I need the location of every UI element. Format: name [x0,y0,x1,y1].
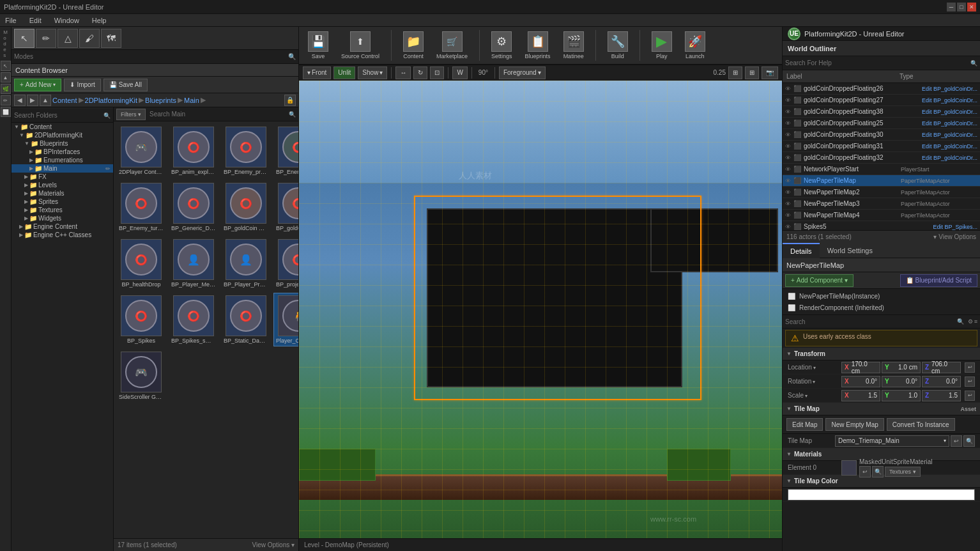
view-options[interactable]: View Options ▾ [252,541,295,548]
settings-toolbar-button[interactable]: ⚙ Settings [487,30,516,61]
tree-item-engine-cpp[interactable]: ▶ 📁 Engine C++ Classes [11,231,113,239]
asset-2dplayer[interactable]: 🎮 2DPlayer Controller [116,124,166,178]
section-tilemap[interactable]: ▼ Tile Map Asset [783,403,980,415]
paint-mode-button[interactable]: ✏ [1,95,11,105]
asset-bp-enemy-turret[interactable]: ⭕ BP_Enemy_turret [116,180,166,234]
play-toolbar-button[interactable]: ▶ Play [648,30,676,61]
launch-toolbar-button[interactable]: 🚀 Launch [681,30,709,61]
tree-item-content[interactable]: ▼ 📁 Content [11,123,113,131]
save-toolbar-button[interactable]: 💾 Save [304,30,332,61]
outliner-item-goldcoin27[interactable]: 👁 ⬛ goldCoinDroppedFloating27 Edit BP_go… [783,95,980,106]
rotation-reset-button[interactable]: ↩ [965,376,975,387]
minimize-button[interactable]: ─ [947,3,956,12]
asset-bp-spikes[interactable]: ⭕ BP_Spikes [116,293,166,346]
location-z-input[interactable]: Z 706.0 cm [922,362,961,373]
tree-item-enumerations[interactable]: ▶ 📁 Enumerations [11,156,113,164]
tree-item-bpinterfaces[interactable]: ▶ 📁 BPInterfaces [11,148,113,156]
scale-y-input[interactable]: Y 1.0 [882,390,921,401]
outliner-item-newpapertilemap2[interactable]: 👁 ⬛ NewPaperTileMap2 PaperTileMapActor [783,187,980,198]
scale-x-input[interactable]: X 1.5 [841,390,880,401]
select-tool-button[interactable]: ↖ [14,29,34,48]
new-empty-map-button[interactable]: New Empty Map [825,418,884,431]
asset-bp-enemy-proj[interactable]: ⭕ BP_Enemy_projectile [221,124,271,178]
edit-map-button[interactable]: Edit Map [786,418,823,431]
component-newpapertilemap[interactable]: ⬜ NewPaperTileMap(Instance) [783,290,980,302]
details-list-icon[interactable]: ≡ [974,318,977,325]
outliner-item-goldcoin31[interactable]: 👁 ⬛ goldCoinDroppedFloating31 Edit BP_go… [783,141,980,152]
content-toolbar-button[interactable]: 📁 Content [399,30,427,61]
asset-bp-static-damage[interactable]: ⭕ BP_Static_Damage [221,293,271,346]
select-mode-button[interactable]: ↖ [1,61,11,71]
tilemap-color-swatch[interactable] [788,489,975,501]
asset-bp-player-melee[interactable]: 👤 BP_Player_MeleeAttack DamageZone [169,237,218,290]
outliner-item-newpapertilemap3[interactable]: 👁 ⬛ NewPaperTileMap3 PaperTileMapActor [783,198,980,210]
outliner-item-spikes5[interactable]: 👁 ⬛ Spikes5 Edit BP_Spikes... [783,221,980,230]
tree-item-widgets[interactable]: ▶ 📁 Widgets [11,214,113,222]
source-control-toolbar-button[interactable]: ⬆ Source Control [337,30,383,61]
vp-unlit-button[interactable]: Unlit [333,66,355,79]
outliner-item-newpapertilemap[interactable]: 👁 ⬛ NewPaperTileMap PaperTileMapActor [783,175,980,187]
maximize-button[interactable]: □ [957,3,966,12]
vp-translate-button[interactable]: ↔ [395,66,411,79]
tree-item-main[interactable]: ▶ 📁 Main ✏ [11,164,113,173]
nav-tool-button[interactable]: 🗺 [101,29,121,48]
nav-up-button[interactable]: ▲ [40,95,51,106]
rotation-y-input[interactable]: Y 0.0° [882,376,921,387]
tree-item-blueprints[interactable]: ▼ 📁 Blueprints [11,139,113,148]
asset-bp-goldcoin[interactable]: ⭕ BP_goldCoin Dropped [221,180,271,234]
asset-bp-healthdrop[interactable]: ⭕ BP_healthDrop [116,237,166,290]
convert-to-instance-button[interactable]: Convert To Instance [887,418,955,431]
edit-link-goldcoin31[interactable]: Edit BP_goldCoinDr... [922,143,977,150]
component-rendercomponent[interactable]: ⬜ RenderComponent (Inherited) [783,302,980,313]
scale-z-input[interactable]: Z 1.5 [922,390,961,401]
edit-link-goldcoin27[interactable]: Edit BP_goldCoinDr... [922,97,977,104]
asset-bp-spikes-small[interactable]: ⭕ BP_Spikes_small [169,293,218,346]
rotation-z-input[interactable]: Z 0.0° [922,376,961,387]
edit-link-goldcoin30[interactable]: Edit BP_goldCoinDr... [922,132,977,138]
geometry-mode-button[interactable]: ⬜ [1,107,11,117]
tree-item-textures[interactable]: ▶ 📁 Textures [11,206,113,214]
outliner-view-options[interactable]: ▾ View Options [933,233,976,240]
breadcrumb-content[interactable]: Content [52,97,77,104]
tilemap-dropdown[interactable]: Demo_Triemap_Main ▾ [835,435,949,447]
asset-bp-generic[interactable]: ⭕ BP_Generic_DoubleJump Wall [169,180,218,234]
vp-scale-button[interactable]: ⊡ [430,66,444,79]
menu-window[interactable]: Window [52,15,82,26]
menu-help[interactable]: Help [89,15,109,26]
asset-player-character[interactable]: 🧍 Player_Character [273,293,298,346]
tilemap-browse-button[interactable]: 🔍 [963,435,975,447]
location-x-input[interactable]: X 170.0 cm [841,362,880,373]
breadcrumb-kit[interactable]: 2DPlatformingKit [85,97,138,104]
blueprints-toolbar-button[interactable]: 📋 Blueprints [521,30,555,61]
shape-tool-button[interactable]: △ [57,29,78,48]
tilemap-back-button[interactable]: ↩ [951,435,962,447]
nav-forward-button[interactable]: ▶ [27,95,38,106]
filters-button[interactable]: Filters ▾ [116,109,146,120]
marketplace-toolbar-button[interactable]: 🛒 Marketplace [433,30,471,61]
location-y-input[interactable]: Y 1.0 cm [882,362,921,373]
edit-link-goldcoin38[interactable]: Edit BP_goldCoinDr... [922,109,977,115]
menu-edit[interactable]: Edit [27,15,44,26]
textures-dropdown-button[interactable]: Textures ▾ [885,467,921,477]
outliner-item-goldcoin26[interactable]: 👁 ⬛ goldCoinDroppedFloating26 Edit BP_go… [783,83,980,95]
tree-item-sprites[interactable]: ▶ 📁 Sprites [11,198,113,206]
asset-bp-player-proj[interactable]: 👤 BP_Player_Projectile [221,237,271,290]
breadcrumb-main[interactable]: Main [184,97,199,104]
menu-file[interactable]: File [3,15,19,26]
nav-back-button[interactable]: ◀ [14,95,26,106]
outliner-item-newpapertilemap4[interactable]: 👁 ⬛ NewPaperTileMap4 PaperTileMapActor [783,210,980,221]
asset-bp-anim[interactable]: ⭕ BP_anim_explosion_small [169,124,218,178]
rotation-x-input[interactable]: X 0.0° [841,376,880,387]
vp-show-button[interactable]: Show ▾ [358,66,387,79]
outliner-item-goldcoin32[interactable]: 👁 ⬛ goldCoinDroppedFloating32 Edit BP_go… [783,152,980,164]
vp-grid-button[interactable]: ⊞ [745,66,759,79]
tree-item-2dkit[interactable]: ▼ 📁 2DPlatformingKit [11,131,113,139]
material-browse-button[interactable]: 🔍 [872,466,884,477]
add-component-button[interactable]: + Add Component ▾ [785,274,854,287]
tree-item-engine-content[interactable]: ▶ 📁 Engine Content [11,222,113,231]
tree-item-levels[interactable]: ▶ 📁 Levels [11,181,113,189]
edit-link-goldcoin25[interactable]: Edit BP_goldCoinDr... [922,120,977,127]
close-button[interactable]: ✕ [967,3,976,12]
foliage-mode-button[interactable]: 🌿 [1,84,11,94]
save-all-button[interactable]: 💾 Save All [103,79,148,91]
